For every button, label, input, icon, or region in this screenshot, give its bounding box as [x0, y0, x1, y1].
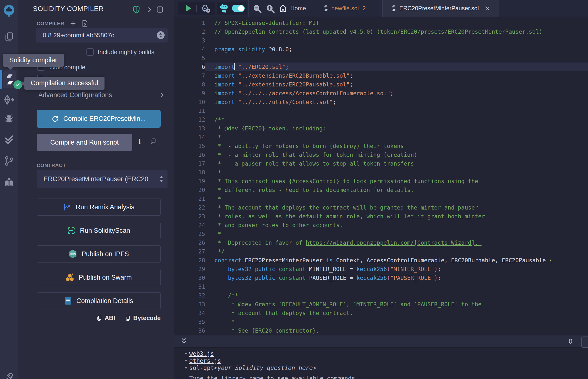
divider	[196, 5, 197, 12]
script-config-gear-icon[interactable]: ⚙	[201, 4, 209, 13]
compile-and-run-button[interactable]: Compile and Run script	[37, 134, 132, 151]
deploy-and-run-icon[interactable]	[0, 94, 18, 105]
active-plugin-indicator	[0, 70, 2, 89]
ai-assistant-group	[217, 2, 247, 15]
code-line: 35 *	[174, 317, 588, 326]
run-solidityscan-button[interactable]: Run SolidityScan	[37, 222, 161, 239]
plugin-manager-icon[interactable]	[0, 372, 18, 379]
shield-icon[interactable]	[132, 5, 140, 14]
line-number: 22	[174, 203, 205, 212]
code-line: 16 * - a minter role that allows for tok…	[174, 150, 588, 159]
debugger-icon[interactable]	[0, 113, 18, 124]
info-icon[interactable]: i	[139, 137, 141, 145]
line-number: 5	[174, 54, 205, 63]
ai-copilot-toggle[interactable]	[232, 5, 245, 12]
copy-artifacts-row: ABI Bytecode	[37, 315, 161, 322]
code-line: 24 * and pauser roles to other accounts.	[174, 221, 588, 230]
publish-on-ipfs-button[interactable]: IPFS Publish on IPFS	[37, 245, 161, 263]
tab-separator	[317, 0, 317, 16]
tab-bar: ⚙	[174, 0, 588, 17]
split-view-icon[interactable]	[156, 6, 164, 13]
tooltip-solidity-compiler: Solidity compiler	[3, 54, 64, 67]
terminal-library-item: •web3.js	[174, 350, 588, 357]
code-line: 32 /**	[174, 291, 588, 300]
copy-bytecode-label: Bytecode	[133, 315, 161, 322]
tab-home[interactable]: Home	[276, 0, 309, 16]
line-number: 6	[174, 63, 205, 71]
line-number: 34	[174, 309, 205, 317]
close-icon[interactable]	[484, 5, 491, 12]
tab-newfile[interactable]: newfile.sol 2	[321, 0, 368, 16]
add-compiler-icon[interactable]	[70, 20, 76, 27]
copy-icon[interactable]	[149, 138, 156, 145]
code-line: 28contract ERC20PresetMinterPauser is Co…	[174, 256, 588, 265]
compiler-config-file-icon[interactable]	[82, 20, 88, 27]
solgpt-command[interactable]: sol-gpt	[189, 364, 214, 371]
code-line: 11	[174, 107, 588, 115]
code-line: 8import "../extensions/ERC20Pausable.sol…	[174, 80, 588, 89]
code-line: 3	[174, 36, 588, 45]
terminal-library-link[interactable]: ethers.js	[189, 358, 221, 364]
zoom-out-icon[interactable]	[252, 4, 262, 14]
home-icon	[279, 4, 287, 13]
line-number: 20	[174, 186, 205, 194]
tooltip-arrow	[21, 81, 25, 86]
line-number: 36	[174, 326, 205, 335]
code-line: 18 *	[174, 168, 588, 177]
solgpt-placeholder: <your Solidity question here>	[214, 364, 316, 371]
compile-button[interactable]: Compile ERC20PresetMin...	[37, 110, 161, 128]
terminal-library-list: •web3.js•ethers.js	[174, 348, 588, 364]
publish-on-swarm-button[interactable]: Publish on Swarm	[37, 269, 161, 286]
publish-on-ipfs-label: Publish on IPFS	[82, 250, 129, 258]
refresh-icon	[51, 115, 59, 123]
copy-bytecode-button[interactable]: Bytecode	[125, 315, 161, 322]
contract-select[interactable]: ERC20PresetMinterPauser (ERC20	[37, 170, 168, 188]
svg-text:IPFS: IPFS	[70, 253, 76, 256]
tab-separator	[380, 0, 380, 16]
play-icon[interactable]	[184, 4, 192, 13]
terminal-library-link[interactable]: web3.js	[189, 350, 214, 357]
bullet: •	[183, 350, 189, 357]
line-number: 12	[174, 115, 205, 124]
contract-section-label: CONTRACT	[37, 163, 66, 168]
panel-title: SOLIDITY COMPILER	[33, 5, 104, 13]
chevron-right-icon	[158, 92, 165, 99]
chevron-right-icon[interactable]	[146, 6, 153, 13]
document-icon	[64, 297, 72, 305]
run-script-group: ⚙	[178, 2, 215, 15]
compiler-section-header: COMPILER	[37, 20, 88, 27]
tab-erc20presetminterpauser[interactable]: ERC20PresetMinterPauser.sol	[382, 0, 499, 16]
advanced-configurations[interactable]: Advanced Configurations	[38, 91, 165, 99]
code-editor[interactable]: 1// SPDX-License-Identifier: MIT2// Open…	[174, 17, 588, 336]
ipfs-icon: IPFS	[68, 249, 77, 259]
include-nightly-checkbox[interactable]	[86, 48, 94, 56]
ai-robot-icon[interactable]	[220, 4, 229, 13]
code-line: 2// OpenZeppelin Contracts (last updated…	[174, 27, 588, 36]
terminal-solgpt-line: • sol-gpt <your Solidity question here>	[174, 364, 588, 371]
line-number: 25	[174, 230, 205, 238]
terminal-search-box[interactable]	[581, 336, 588, 348]
advanced-configurations-label: Advanced Configurations	[38, 91, 112, 99]
run-remix-analysis-button[interactable]: Run Remix Analysis	[37, 199, 161, 216]
code-line: 17 * - a pauser role that allows to stop…	[174, 159, 588, 168]
code-line: 27 */	[174, 247, 588, 256]
file-explorer-icon[interactable]	[0, 31, 18, 43]
terminal-toolbar: 0	[174, 335, 588, 348]
compilation-details-button[interactable]: Compilation Details	[37, 292, 161, 309]
code-line: 19 * This contract uses {AccessControl} …	[174, 177, 588, 186]
code-line: 1// SPDX-License-Identifier: MIT	[174, 18, 588, 27]
terminal-listen-count: 0	[569, 338, 572, 345]
line-number: 23	[174, 212, 205, 221]
static-analysis-icon[interactable]	[0, 134, 18, 145]
code-line: 9import "../../../access/AccessControlEn…	[174, 89, 588, 98]
line-number: 2	[174, 27, 205, 36]
zoom-in-icon[interactable]	[265, 4, 275, 14]
git-icon[interactable]	[0, 155, 18, 167]
expand-terminal-icon[interactable]	[180, 337, 188, 346]
copy-abi-button[interactable]: ABI	[96, 315, 115, 322]
learneth-icon[interactable]	[0, 177, 18, 188]
compiler-version-select[interactable]: 0.8.29+commit.ab55807c	[36, 28, 168, 43]
code-line: 31	[174, 282, 588, 291]
remix-ide-window: SOLIDITY COMPILER COMPILER	[0, 0, 588, 379]
remix-logo-icon[interactable]	[0, 3, 18, 18]
